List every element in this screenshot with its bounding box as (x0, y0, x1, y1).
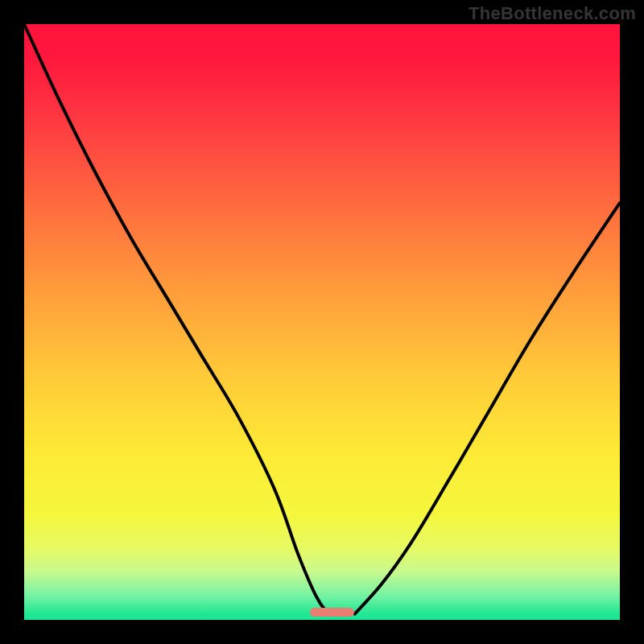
optimal-marker (310, 608, 354, 617)
plot-area (24, 24, 620, 620)
left-curve (24, 24, 328, 614)
right-curve (355, 203, 620, 614)
chart-container: TheBottleneck.com (0, 0, 644, 644)
curves-svg (24, 24, 620, 620)
watermark-text: TheBottleneck.com (469, 3, 636, 24)
